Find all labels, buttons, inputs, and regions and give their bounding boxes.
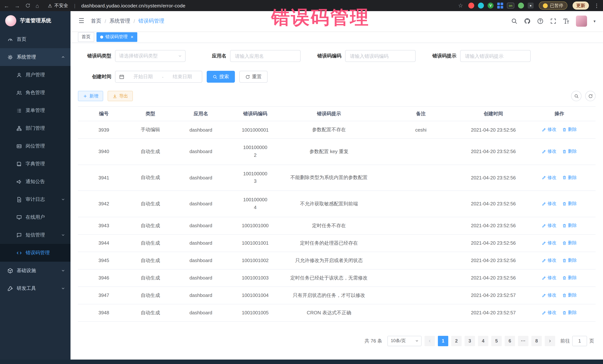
edit-button[interactable]: 修改 xyxy=(542,200,557,207)
edit-button[interactable]: 修改 xyxy=(542,257,557,264)
edit-button[interactable]: 修改 xyxy=(542,127,557,133)
goto-page-input[interactable] xyxy=(572,336,587,346)
sidebar-item-system-management[interactable]: 系统管理 xyxy=(0,48,70,66)
edit-button[interactable]: 修改 xyxy=(542,292,557,298)
extension-icon-5[interactable]: on xyxy=(507,3,514,9)
cell-app: dashboard xyxy=(171,304,231,321)
sidebar-item-dev-tools[interactable]: 研发工具 xyxy=(0,279,70,297)
edit-button[interactable]: 修改 xyxy=(542,222,557,229)
extension-icon-2[interactable] xyxy=(478,3,484,9)
sidebar-item-menu-management[interactable]: 菜单管理 xyxy=(0,101,70,119)
edit-button[interactable]: 修改 xyxy=(542,174,557,181)
cell-message: 参数配置 key 重复 xyxy=(280,138,378,165)
edit-button[interactable]: 修改 xyxy=(542,148,557,154)
prev-page-button[interactable] xyxy=(425,336,435,346)
warning-icon: ⚠ xyxy=(48,3,52,8)
sidebar-item-role-management[interactable]: 角色管理 xyxy=(0,84,70,101)
sidebar-item-error-code-management[interactable]: 错误码管理 xyxy=(0,244,70,262)
tab-home[interactable]: 首页 xyxy=(78,32,94,42)
sidebar-item-notice-announcement[interactable]: 通知公告 xyxy=(0,173,70,190)
next-page-button[interactable] xyxy=(545,336,555,346)
search-icon[interactable] xyxy=(511,18,518,24)
avatar[interactable] xyxy=(576,16,587,27)
sidebar-item-infrastructure[interactable]: 基础设施 xyxy=(0,262,70,279)
pager-page-6[interactable]: 6 xyxy=(505,336,515,346)
font-size-icon[interactable] xyxy=(563,18,570,24)
extension-icon-7[interactable]: ● xyxy=(528,3,533,9)
delete-button[interactable]: 删除 xyxy=(562,240,577,246)
delete-button[interactable]: 删除 xyxy=(562,257,577,264)
app-name-input[interactable] xyxy=(234,53,297,59)
show-search-button[interactable] xyxy=(571,91,581,101)
sidebar-item-dict-management[interactable]: 字典管理 xyxy=(0,155,70,173)
browser-back-icon[interactable]: ← xyxy=(4,3,9,8)
pager-page-3[interactable]: 3 xyxy=(464,336,475,346)
sidebar-item-user-management[interactable]: 用户管理 xyxy=(0,66,70,84)
edit-icon xyxy=(542,241,546,245)
edit-button[interactable]: 修改 xyxy=(542,240,557,246)
edit-button[interactable]: 修改 xyxy=(542,309,557,316)
delete-button[interactable]: 删除 xyxy=(562,200,577,207)
chevron-down-icon xyxy=(61,233,65,237)
extension-icon-3[interactable]: V xyxy=(487,3,494,9)
delete-button[interactable]: 删除 xyxy=(562,148,577,154)
sidebar-item-online-users[interactable]: 在线用户 xyxy=(0,208,70,226)
delete-button[interactable]: 删除 xyxy=(562,292,577,298)
tab-close-icon[interactable]: × xyxy=(131,34,133,39)
sidebar-item-home[interactable]: 首页 xyxy=(0,30,70,48)
page-size-select[interactable]: 10条/页 xyxy=(387,336,422,346)
export-button[interactable]: 导出 xyxy=(108,91,133,101)
tab-error-code-management[interactable]: 错误码管理× xyxy=(96,32,137,42)
fullscreen-icon[interactable] xyxy=(550,18,557,24)
browser-home-icon[interactable]: ⌂ xyxy=(36,3,39,8)
sidebar-item-label: 短信管理 xyxy=(26,232,45,238)
date-range-picker[interactable]: 开始日期 - 结束日期 xyxy=(115,71,202,83)
bookmark-star-icon[interactable]: ☆ xyxy=(458,2,463,9)
logo[interactable]: 芋道管理系统 xyxy=(0,11,70,30)
delete-button[interactable]: 删除 xyxy=(562,127,577,133)
pager-page-1[interactable]: 1 xyxy=(438,336,448,346)
add-button[interactable]: 新增 xyxy=(78,91,103,101)
pager-page-5[interactable]: 5 xyxy=(491,336,502,346)
error-code-input[interactable] xyxy=(349,53,412,59)
delete-button[interactable]: 删除 xyxy=(562,275,577,281)
extension-icon-1[interactable] xyxy=(468,3,474,9)
extension-icon-4[interactable] xyxy=(497,3,503,9)
browser-forward-icon[interactable]: → xyxy=(14,3,20,8)
browser-menu-icon[interactable]: ⋮ xyxy=(594,3,599,9)
browser-reload-icon[interactable] xyxy=(25,3,30,8)
breadcrumb-item[interactable]: 系统管理 xyxy=(109,18,130,24)
delete-button[interactable]: 删除 xyxy=(562,222,577,229)
avatar-caret-icon[interactable]: ▾ xyxy=(593,19,596,23)
delete-button[interactable]: 删除 xyxy=(562,309,577,316)
paused-badge[interactable]: 已暂停 xyxy=(539,1,567,10)
refresh-table-button[interactable] xyxy=(585,91,596,101)
pager-page-2[interactable]: 2 xyxy=(451,336,462,346)
github-icon[interactable] xyxy=(524,18,531,24)
start-date-placeholder[interactable]: 开始日期 xyxy=(127,73,159,80)
security-indicator[interactable]: ⚠ 不安全 xyxy=(48,2,68,9)
reset-button-label: 重置 xyxy=(252,73,262,80)
search-button[interactable]: 搜索 xyxy=(207,71,235,83)
end-date-placeholder[interactable]: 结束日期 xyxy=(166,73,198,80)
reset-button[interactable]: 重置 xyxy=(239,71,267,83)
cell-message: 参数配置不存在 xyxy=(280,121,378,138)
pager-page-4[interactable]: 4 xyxy=(478,336,488,346)
sidebar-item-dept-management[interactable]: 部门管理 xyxy=(0,119,70,137)
sidebar-toggle-button[interactable] xyxy=(78,17,85,25)
extension-icon-6[interactable] xyxy=(518,3,524,9)
address-bar[interactable]: dashboard.yudao.iocoder.cn/system/error-… xyxy=(81,3,185,8)
pager-page-8[interactable]: 8 xyxy=(531,336,542,346)
sidebar-item-post-management[interactable]: 岗位管理 xyxy=(0,137,70,155)
breadcrumb-item[interactable]: 首页 xyxy=(91,18,101,24)
help-icon[interactable] xyxy=(537,18,544,24)
sidebar-item-audit-log[interactable]: 审计日志 xyxy=(0,190,70,208)
sidebar-item-sms-management[interactable]: 短信管理 xyxy=(0,226,70,244)
pager-more-button[interactable]: ··· xyxy=(518,336,528,346)
edit-button[interactable]: 修改 xyxy=(542,275,557,281)
error-message-input[interactable] xyxy=(464,53,527,59)
cell-message: 定时任务的处理器已经存在 xyxy=(280,234,378,252)
error-type-select[interactable]: 请选择错误码类型 xyxy=(115,50,186,62)
delete-button[interactable]: 删除 xyxy=(562,174,577,181)
update-button[interactable]: 更新 xyxy=(573,1,589,10)
